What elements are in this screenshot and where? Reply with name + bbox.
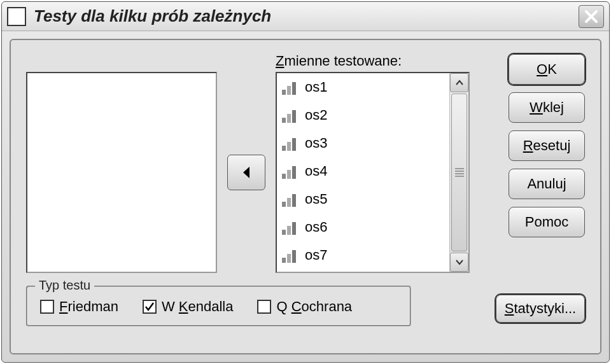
checkbox-label: Q Cochrana <box>276 298 352 315</box>
svg-rect-0 <box>282 90 286 95</box>
svg-rect-16 <box>287 226 291 235</box>
list-item-label: os1 <box>305 79 327 95</box>
svg-rect-8 <box>292 138 296 151</box>
list-item[interactable]: os6 <box>277 213 449 241</box>
scale-icon <box>281 162 300 180</box>
close-icon <box>584 9 599 24</box>
move-left-button[interactable] <box>227 155 265 190</box>
ok-button[interactable]: OK <box>509 54 585 85</box>
test-variables-list[interactable]: os1os2os3os4os5os6os7 <box>276 72 470 273</box>
dest-column: Zmienne testowane: os1os2os3os4os5os6os7 <box>276 53 470 273</box>
chevron-down-icon <box>455 259 464 265</box>
test-variables-label: Zmienne testowane: <box>276 53 470 69</box>
scroll-up-button[interactable] <box>450 73 468 92</box>
scale-icon <box>281 134 300 152</box>
checkbox-box <box>257 300 271 314</box>
checkbox-option-2[interactable]: Q Cochrana <box>257 298 352 315</box>
scale-icon <box>281 246 300 264</box>
checkbox-option-0[interactable]: Friedman <box>40 298 118 315</box>
svg-rect-1 <box>287 86 291 95</box>
svg-rect-7 <box>287 142 291 151</box>
checkbox-box <box>40 300 54 314</box>
list-item[interactable]: os5 <box>277 185 449 213</box>
list-item-label: os6 <box>305 219 327 235</box>
reset-button[interactable]: Resetuj <box>509 130 585 161</box>
svg-rect-13 <box>287 198 291 207</box>
app-icon <box>7 7 26 26</box>
list-item[interactable]: os4 <box>277 157 449 185</box>
scale-icon <box>281 190 300 208</box>
scale-icon <box>281 218 300 236</box>
svg-rect-19 <box>287 254 291 263</box>
triangle-left-icon <box>241 165 252 179</box>
test-type-fieldset: Typ testu FriedmanW KendallaQ Cochrana <box>26 286 411 326</box>
titlebar[interactable]: Testy dla kilku prób zależnych <box>2 2 609 31</box>
scrollbar[interactable] <box>449 73 468 272</box>
list-item-label: os3 <box>305 135 327 151</box>
scroll-thumb[interactable] <box>451 94 467 251</box>
scale-icon <box>281 78 300 96</box>
list-item[interactable]: os3 <box>277 129 449 157</box>
statistics-button[interactable]: Statystyki... <box>496 295 585 323</box>
checkbox-option-1[interactable]: W Kendalla <box>143 298 234 315</box>
dialog-window: Testy dla kilku prób zależnych Zmienne t… <box>1 1 610 363</box>
list-item[interactable]: os7 <box>277 241 449 269</box>
list-item-label: os5 <box>305 191 327 207</box>
svg-rect-5 <box>292 110 296 123</box>
chevron-up-icon <box>455 80 464 86</box>
window-title: Testy dla kilku prób zależnych <box>34 6 579 26</box>
fieldset-legend: Typ testu <box>35 278 94 293</box>
check-icon <box>144 301 155 312</box>
close-button[interactable] <box>579 5 604 28</box>
svg-rect-18 <box>282 258 286 263</box>
svg-rect-17 <box>292 222 296 235</box>
list-item[interactable]: os1 <box>277 73 449 101</box>
svg-rect-4 <box>287 114 291 123</box>
mover-column <box>223 72 269 273</box>
paste-button[interactable]: Wklej <box>509 92 585 123</box>
checkbox-label: Friedman <box>59 298 118 315</box>
svg-rect-10 <box>287 170 291 179</box>
source-variables-list[interactable] <box>26 72 217 273</box>
list-item-label: os7 <box>305 247 327 263</box>
main-row: Zmienne testowane: os1os2os3os4os5os6os7 <box>26 53 585 273</box>
checkbox-box <box>143 300 157 314</box>
svg-rect-9 <box>282 174 286 179</box>
list-item-label: os4 <box>305 163 327 179</box>
svg-rect-6 <box>282 146 286 151</box>
svg-rect-12 <box>282 202 286 207</box>
svg-rect-11 <box>292 166 296 179</box>
list-item-label: os2 <box>305 107 327 123</box>
svg-rect-3 <box>282 118 286 123</box>
dialog-content: Zmienne testowane: os1os2os3os4os5os6os7 <box>10 39 601 354</box>
checkbox-label: W Kendalla <box>162 298 234 315</box>
svg-rect-14 <box>292 194 296 207</box>
svg-rect-20 <box>292 250 296 263</box>
svg-rect-2 <box>292 82 296 95</box>
help-button[interactable]: Pomoc <box>509 207 585 237</box>
scale-icon <box>281 106 300 124</box>
svg-rect-15 <box>282 230 286 235</box>
list-item[interactable]: os2 <box>277 101 449 129</box>
button-column: OK Wklej Resetuj Anuluj Pomoc <box>476 54 585 273</box>
cancel-button[interactable]: Anuluj <box>509 169 585 199</box>
scroll-down-button[interactable] <box>450 253 468 272</box>
